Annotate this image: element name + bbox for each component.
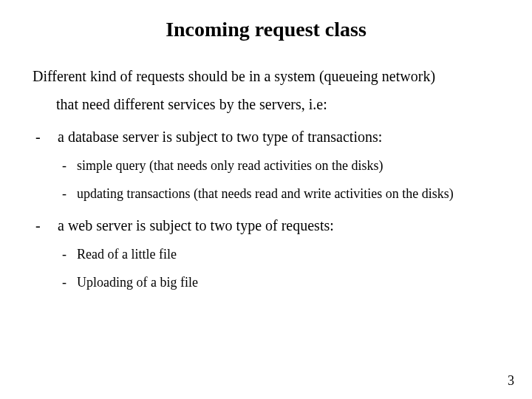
slide-body: Different kind of requests should be in … <box>0 47 532 296</box>
intro-line-2: that need different services by the serv… <box>33 96 327 112</box>
intro-line-1: Different kind of requests should be in … <box>33 68 435 84</box>
sub-list-item-text: Read of a little file <box>77 247 177 262</box>
sub-list-item: updating transactions (that needs read a… <box>58 180 499 207</box>
sub-list-item-text: simple query (that needs only read activ… <box>77 158 383 173</box>
sub-list-item-text: Uploading of a big file <box>77 275 198 290</box>
sub-list-item: simple query (that needs only read activ… <box>58 152 499 179</box>
slide-title: Incoming request class <box>0 0 532 47</box>
page-number: 3 <box>508 373 514 389</box>
sub-list-item-text: updating transactions (that needs read a… <box>77 180 499 207</box>
list-item-text: a web server is subject to two type of r… <box>58 217 334 233</box>
sub-list: Read of a little file Uploading of a big… <box>58 241 499 296</box>
list-item: a web server is subject to two type of r… <box>33 211 499 296</box>
sub-list-item: Read of a little file <box>58 241 499 267</box>
bullet-list: a database server is subject to two type… <box>33 123 499 296</box>
list-item: a database server is subject to two type… <box>33 123 499 207</box>
list-item-text: a database server is subject to two type… <box>58 129 382 145</box>
slide: Incoming request class Different kind of… <box>0 0 532 399</box>
sub-list-item: Uploading of a big file <box>58 269 499 296</box>
intro-paragraph: Different kind of requests should be in … <box>33 62 499 118</box>
sub-list: simple query (that needs only read activ… <box>58 152 499 207</box>
